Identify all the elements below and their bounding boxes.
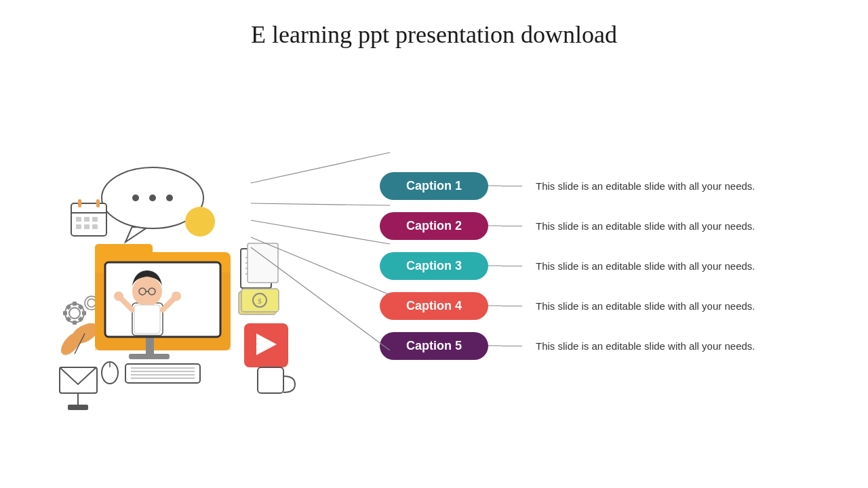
caption-row-2: Caption 2This slide is an editable slide… [380,212,841,240]
content-area: $ Caption 1This slide is an editable sli… [0,56,868,476]
svg-rect-29 [84,224,90,229]
slide-container: E learning ppt presentation download [0,0,868,488]
caption-description-5: This slide is an editable slide with all… [536,340,755,352]
caption-connector-line-4 [502,306,522,306]
svg-rect-32 [96,199,100,207]
caption-badge-4: Caption 4 [380,292,488,320]
caption-badge-3: Caption 3 [380,252,488,280]
svg-point-45 [172,291,181,301]
svg-rect-25 [76,217,81,222]
svg-text:$: $ [258,297,262,305]
caption-connector-line-2 [502,226,522,226]
svg-point-20 [132,195,139,201]
illustration-svg: $ [34,103,319,428]
svg-marker-19 [125,226,146,242]
svg-rect-26 [84,217,90,222]
svg-point-43 [114,291,123,301]
svg-point-14 [87,299,96,307]
svg-rect-47 [146,337,154,356]
captions-area: Caption 1This slide is an editable slide… [326,172,841,360]
svg-rect-31 [78,199,81,207]
caption-description-2: This slide is an editable slide with all… [536,220,755,232]
svg-rect-6 [73,321,77,325]
caption-description-4: This slide is an editable slide with all… [536,300,755,312]
svg-rect-7 [63,311,67,315]
svg-point-69 [185,207,215,237]
svg-rect-34 [95,244,153,261]
svg-rect-70 [258,367,283,393]
caption-row-1: Caption 1This slide is an editable slide… [380,172,841,200]
caption-badge-1: Caption 1 [380,172,488,200]
caption-badge-2: Caption 2 [380,212,488,240]
svg-rect-17 [68,405,88,410]
svg-point-21 [149,195,156,201]
svg-rect-48 [129,354,170,359]
svg-rect-27 [92,217,98,222]
caption-connector-line-5 [502,346,522,346]
svg-rect-46 [134,305,160,333]
caption-row-4: Caption 4This slide is an editable slide… [380,292,841,320]
caption-description-1: This slide is an editable slide with all… [536,180,755,192]
svg-rect-50 [125,364,200,383]
caption-connector-line-3 [502,266,522,266]
caption-description-3: This slide is an editable slide with all… [536,260,755,272]
svg-point-22 [166,195,173,201]
svg-point-4 [69,308,80,319]
caption-connector-line-1 [502,186,522,186]
svg-rect-5 [73,302,77,306]
svg-rect-64 [248,243,278,283]
svg-rect-28 [76,224,81,229]
slide-title: E learning ppt presentation download [251,20,617,49]
illustration: $ [27,96,326,435]
svg-rect-30 [92,224,98,229]
caption-row-3: Caption 3This slide is an editable slide… [380,252,841,280]
caption-row-5: Caption 5This slide is an editable slide… [380,332,841,360]
svg-rect-8 [82,311,86,315]
caption-badge-5: Caption 5 [380,332,488,360]
